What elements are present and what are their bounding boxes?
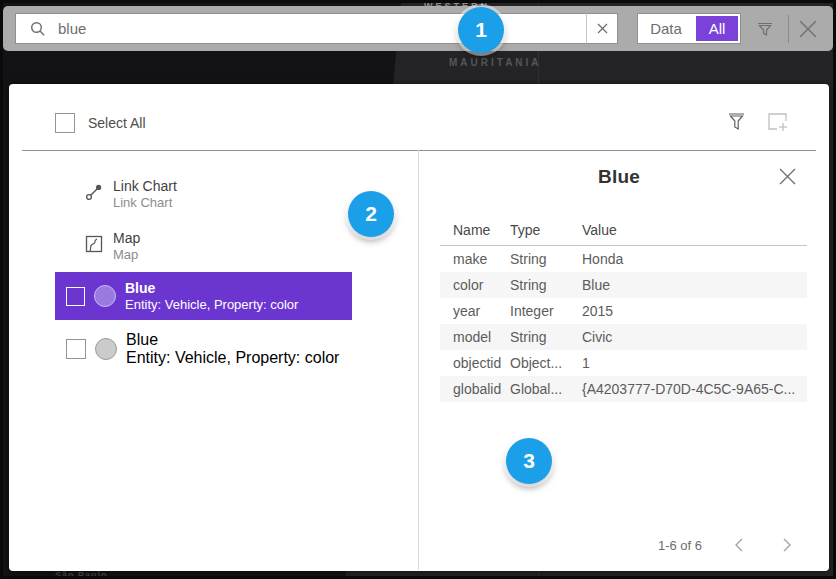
list-detail-divider — [418, 150, 419, 570]
clear-search-button[interactable] — [586, 13, 618, 44]
pagination-count: 1-6 of 6 — [658, 538, 702, 553]
search-icon — [30, 21, 46, 37]
cell-type: String — [510, 277, 582, 293]
table-row: color String Blue — [440, 272, 807, 298]
cell-type: String — [510, 329, 582, 345]
chevron-right-icon[interactable] — [776, 534, 798, 556]
cell-type: Object... — [510, 355, 582, 371]
header-divider — [22, 150, 816, 151]
select-all-row: Select All — [55, 113, 146, 133]
scope-option-all[interactable]: All — [696, 16, 738, 41]
result-title: Link Chart — [113, 178, 177, 195]
cell-value: 2015 — [582, 303, 807, 319]
pagination: 1-6 of 6 — [418, 534, 798, 556]
cell-value: 1 — [582, 355, 807, 371]
result-checkbox[interactable] — [66, 339, 86, 359]
table-header-row: Name Type Value — [440, 219, 807, 241]
result-checkbox[interactable] — [66, 287, 85, 306]
filter-icon[interactable] — [755, 19, 777, 39]
search-toolbar: Data All — [3, 6, 833, 51]
attribute-table: Name Type Value make String Honda color … — [440, 219, 807, 402]
cell-name: year — [440, 303, 510, 319]
cell-type: Integer — [510, 303, 582, 319]
cell-value: Honda — [582, 251, 807, 267]
select-all-label: Select All — [88, 115, 146, 131]
search-results-panel: Select All Link Chart Link Chart Map — [9, 84, 829, 571]
cell-name: color — [440, 277, 510, 293]
result-subtitle: Link Chart — [113, 195, 177, 211]
table-row: model String Civic — [440, 324, 807, 350]
table-row: make String Honda — [440, 246, 807, 272]
cell-name: model — [440, 329, 510, 345]
cell-type: Global... — [510, 381, 582, 397]
app-window: WESTERN MAURITANIA São Paulo Data All 1 — [0, 0, 836, 579]
scope-toggle: Data All — [637, 13, 741, 44]
list-item-link-chart[interactable]: Link Chart Link Chart — [85, 178, 177, 211]
list-item-map[interactable]: Map Map — [85, 230, 140, 263]
list-item-blue[interactable]: Blue Entity: Vehicle, Property: color — [55, 327, 352, 371]
result-title: Blue — [126, 331, 339, 349]
map-icon — [85, 235, 103, 253]
column-header-name: Name — [440, 222, 510, 238]
panel-filter-icon[interactable] — [728, 112, 745, 132]
detail-close-icon[interactable] — [778, 167, 798, 187]
add-selection-icon[interactable] — [767, 112, 789, 133]
toolbar-divider — [788, 15, 789, 43]
entity-icon — [95, 338, 117, 360]
map-label-mauritania: MAURITANIA — [449, 57, 542, 68]
result-subtitle: Entity: Vehicle, Property: color — [125, 297, 298, 313]
cell-type: String — [510, 251, 582, 267]
cell-value: {A4203777-D70D-4C5C-9A65-C... — [582, 381, 807, 397]
result-title: Blue — [125, 280, 298, 297]
result-subtitle: Map — [113, 247, 140, 263]
result-title: Map — [113, 230, 140, 247]
cell-name: objectid — [440, 355, 510, 371]
table-row: globalid Global... {A4203777-D70D-4C5C-9… — [440, 376, 807, 402]
table-row: objectid Object... 1 — [440, 350, 807, 376]
cell-name: globalid — [440, 381, 510, 397]
callout-badge-2: 2 — [348, 191, 394, 237]
result-subtitle: Entity: Vehicle, Property: color — [126, 349, 339, 367]
column-header-value: Value — [582, 222, 807, 238]
scope-option-data[interactable]: Data — [638, 14, 694, 43]
cell-name: make — [440, 251, 510, 267]
list-item-blue-selected[interactable]: Blue Entity: Vehicle, Property: color — [55, 272, 352, 320]
select-all-checkbox[interactable] — [55, 113, 75, 133]
close-search-icon[interactable] — [797, 18, 819, 40]
link-chart-icon — [85, 183, 103, 201]
entity-icon — [94, 285, 116, 307]
detail-title: Blue — [418, 166, 820, 188]
cell-value: Blue — [582, 277, 807, 293]
chevron-left-icon[interactable] — [728, 534, 750, 556]
cell-value: Civic — [582, 329, 807, 345]
callout-badge-1: 1 — [458, 7, 504, 53]
callout-badge-3: 3 — [506, 438, 552, 484]
table-row: year Integer 2015 — [440, 298, 807, 324]
column-header-type: Type — [510, 222, 582, 238]
